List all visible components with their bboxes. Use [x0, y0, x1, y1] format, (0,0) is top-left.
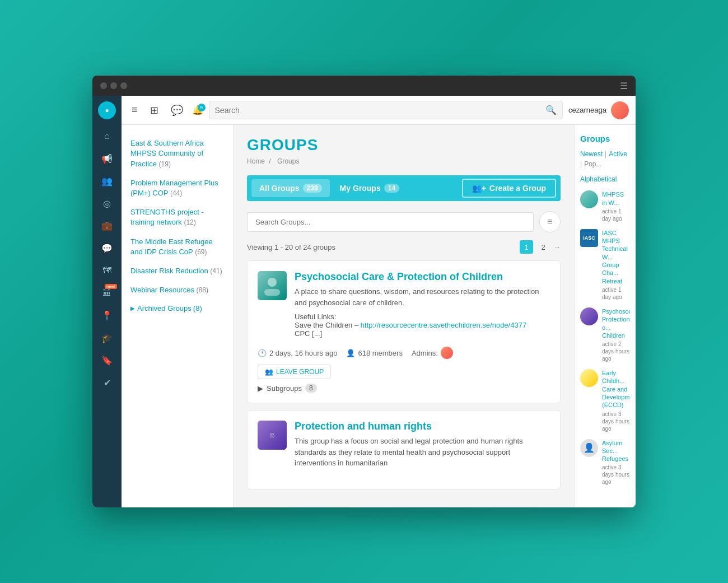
- user-info: cezarneaga: [568, 101, 629, 119]
- subgroups-label: Subgroups: [267, 384, 302, 393]
- archived-groups-item[interactable]: ▶ Archived Groups (8): [122, 300, 233, 317]
- sidebar-item-2[interactable]: STRENGTHS project - training network (12…: [122, 203, 233, 232]
- groups-search-input[interactable]: [247, 212, 534, 232]
- location-icon[interactable]: 📍: [97, 305, 117, 325]
- people-icon[interactable]: 👥: [97, 171, 117, 191]
- group-1-link[interactable]: http://resourcecentre.savethechildren.se…: [361, 321, 526, 329]
- create-group-button[interactable]: 👥+ Create a Group: [462, 179, 556, 198]
- sidebar-item-3[interactable]: The Middle East Refugee and IDP Crisis C…: [122, 232, 233, 262]
- main-area: ≡ ⊞ 💬 🔔 9 🔍 cezarneaga: [122, 96, 636, 507]
- alphabetical-link[interactable]: Alphabetical: [580, 175, 617, 183]
- chat-icon[interactable]: 💬: [97, 238, 117, 258]
- group-1-admins: Admins:: [412, 347, 453, 359]
- right-panel-filter-links: Newest | Active | Pop...: [580, 150, 630, 168]
- search-bar[interactable]: 🔍: [209, 101, 563, 119]
- tab-all-groups[interactable]: All Groups 239: [251, 179, 330, 197]
- svg-point-1: [268, 278, 277, 287]
- username-label: cezarneaga: [568, 106, 606, 114]
- group-1-title[interactable]: Psychosocial Care & Protection of Childr…: [295, 271, 550, 283]
- subgroups-row[interactable]: ▶ Subgroups 8: [258, 384, 550, 393]
- chat-icon[interactable]: 💬: [167, 101, 186, 120]
- newest-link[interactable]: Newest: [580, 150, 603, 158]
- recent-group-0-meta: active 1 day ago: [602, 208, 630, 222]
- browser-menu-icon[interactable]: ☰: [620, 81, 628, 91]
- page-1[interactable]: 1: [520, 240, 533, 254]
- recent-avatar-1: IASC: [580, 229, 598, 247]
- recent-group-1: IASC IASC MHPS Technical W... Group Cha.…: [580, 229, 630, 301]
- browser-window: ☰ ● ⌂ 📢 👥 ◎ 💼 💬 🗺 🏛 📍 🎓 🔖 ✔ ≡ ⊞ 💬: [92, 76, 636, 507]
- create-group-icon: 👥+: [472, 184, 486, 193]
- recent-group-3-meta: active 3 days hours ago: [602, 411, 630, 432]
- recent-avatar-0: [580, 190, 598, 208]
- group-2-title[interactable]: Protection and human rights: [295, 421, 550, 432]
- notification-bell[interactable]: 🔔 9: [192, 105, 203, 115]
- group-1-actions: 👥 LEAVE GROUP: [258, 365, 550, 379]
- group-card-2: ⚖ Protection and human rights This group…: [247, 410, 561, 489]
- recent-group-4-name[interactable]: Asylum Sec... Refugees: [602, 439, 630, 463]
- admin-avatar: [441, 347, 453, 359]
- recent-avatar-4: 👤: [580, 439, 598, 457]
- user-avatar[interactable]: [611, 101, 629, 119]
- tab-my-groups[interactable]: My Groups 14: [332, 179, 407, 197]
- recent-group-4-meta: active 3 days hours ago: [602, 464, 630, 486]
- map-icon[interactable]: 🗺: [97, 260, 117, 281]
- breadcrumb-home[interactable]: Home: [247, 157, 265, 165]
- group-avatar-1: [258, 271, 287, 300]
- sidebar-item-1[interactable]: Problem Management Plus (PM+) COP (44): [122, 174, 233, 203]
- breadcrumb-current: Groups: [277, 157, 299, 165]
- filter-button[interactable]: ≡: [539, 211, 561, 232]
- browser-dot-3[interactable]: [120, 82, 127, 89]
- recent-avatar-3: [580, 369, 598, 387]
- graduation-icon[interactable]: 🎓: [97, 328, 117, 348]
- recent-group-4: 👤 Asylum Sec... Refugees active 3 days h…: [580, 439, 630, 486]
- all-groups-count: 239: [303, 184, 322, 193]
- sidebar-item-0[interactable]: East & Southern Africa MHPSS Community o…: [122, 134, 233, 174]
- bookmark-icon[interactable]: 🔖: [97, 350, 117, 370]
- active-link[interactable]: Active: [609, 150, 627, 158]
- briefcase-icon[interactable]: 💼: [97, 216, 117, 236]
- sidebar: East & Southern Africa MHPSS Community o…: [122, 125, 234, 507]
- notification-count: 9: [198, 104, 206, 111]
- recent-group-3-name[interactable]: Early Childh... Care and Developme... (E…: [602, 369, 630, 409]
- svg-rect-2: [264, 289, 280, 296]
- group-card-2-header: ⚖ Protection and human rights This group…: [258, 421, 550, 473]
- content-wrapper: East & Southern Africa MHPSS Community o…: [122, 125, 636, 507]
- group-1-members: 👤 618 members: [346, 349, 402, 357]
- page-2[interactable]: 2: [536, 240, 550, 254]
- recent-group-1-info: IASC MHPS Technical W... Group Cha... Re…: [602, 229, 630, 301]
- recent-group-2-meta: active 2 days hours ago: [602, 341, 630, 362]
- recent-group-0-name[interactable]: MHPSS in W...: [602, 190, 630, 207]
- main-content: GROUPS Home / Groups All Groups 239 My: [234, 125, 574, 507]
- sidebar-item-4[interactable]: Disaster Risk Reduction (41): [122, 262, 233, 281]
- group-1-meta: 🕐 2 days, 16 hours ago 👤 618 members Adm…: [258, 347, 550, 359]
- recent-group-2-name[interactable]: Psychosoci... Protection o... Children: [602, 307, 630, 339]
- home-icon[interactable]: ⌂: [97, 126, 117, 146]
- clock-icon: 🕐: [258, 349, 267, 357]
- library-icon[interactable]: 🏛: [97, 283, 117, 303]
- group-1-desc: A place to share questions, wisdom, and …: [295, 286, 550, 308]
- app-logo[interactable]: ●: [98, 101, 116, 119]
- list-view-icon[interactable]: ≡: [128, 101, 141, 119]
- recent-group-1-name[interactable]: IASC MHPS Technical W... Group Cha... Re…: [602, 229, 630, 285]
- check-icon[interactable]: ✔: [97, 372, 117, 393]
- page-next[interactable]: →: [553, 243, 561, 251]
- browser-dots: [100, 82, 127, 89]
- grid-view-icon[interactable]: ⊞: [147, 101, 162, 120]
- group-1-links: Useful Links: Save the Children – http:/…: [295, 313, 550, 338]
- recent-groups-list: MHPSS in W... active 1 day ago IASC IASC…: [580, 190, 630, 486]
- recent-group-2: Psychosoci... Protection o... Children a…: [580, 307, 630, 362]
- activity-icon[interactable]: ◎: [97, 193, 117, 213]
- browser-dot-2[interactable]: [110, 82, 117, 89]
- recent-group-0-info: MHPSS in W... active 1 day ago: [602, 190, 630, 222]
- left-nav: ● ⌂ 📢 👥 ◎ 💼 💬 🗺 🏛 📍 🎓 🔖 ✔: [92, 96, 122, 507]
- filter-icon: ≡: [547, 217, 552, 227]
- archived-arrow-icon: ▶: [130, 305, 135, 311]
- megaphone-icon[interactable]: 📢: [97, 148, 117, 169]
- leave-group-button[interactable]: 👥 LEAVE GROUP: [258, 365, 331, 379]
- breadcrumb-sep: /: [269, 157, 270, 165]
- browser-dot-1[interactable]: [100, 82, 107, 89]
- groups-search-bar: ≡: [247, 211, 561, 232]
- search-input[interactable]: [215, 106, 542, 115]
- sidebar-item-5[interactable]: Webinar Resources (88): [122, 281, 233, 300]
- page-title: GROUPS: [247, 136, 561, 154]
